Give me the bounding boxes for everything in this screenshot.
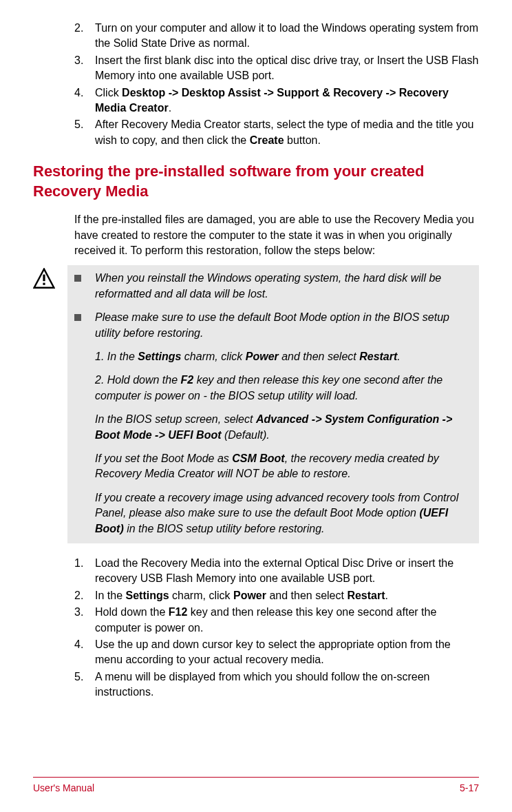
item-number: 2. — [74, 588, 95, 603]
second-ordered-list: 1. Load the Recovery Media into the exte… — [74, 556, 479, 700]
caution-icon — [33, 265, 67, 543]
list-item: 3. Insert the first blank disc into the … — [74, 53, 479, 84]
item-number: 5. — [74, 669, 95, 700]
section-heading: Restoring the pre-installed software fro… — [33, 162, 479, 201]
list-item: 4. Click Desktop -> Desktop Assist -> Su… — [74, 85, 479, 116]
t: 2. Hold down the — [95, 374, 181, 386]
bullet-marker-icon — [74, 310, 95, 341]
bold-text: Power — [233, 590, 266, 601]
bold-text: Settings — [138, 351, 181, 362]
item-text: Turn on your computer and allow it to lo… — [95, 21, 479, 52]
text-suffix: button. — [284, 134, 321, 146]
item-text: Load the Recovery Media into the externa… — [95, 556, 479, 587]
caution-text: When you reinstall the Windows operating… — [95, 271, 472, 302]
item-number: 4. — [74, 637, 95, 668]
bold-text: F12 — [169, 606, 188, 618]
caution-bullet: Please make sure to use the default Boot… — [74, 310, 472, 341]
list-item: 5. After Recovery Media Creator starts, … — [74, 117, 479, 148]
footer-right: 5-17 — [460, 782, 479, 795]
content-area: 2. Turn on your computer and allow it to… — [33, 21, 479, 700]
text-suffix: . — [169, 102, 171, 114]
first-ordered-list: 2. Turn on your computer and allow it to… — [74, 21, 479, 148]
t: 1. In the — [95, 351, 138, 362]
item-text: A menu will be displayed from which you … — [95, 669, 479, 700]
bold-text: CSM Boot — [232, 452, 284, 464]
list-item: 5. A menu will be displayed from which y… — [74, 669, 479, 700]
bold-text: Settings — [125, 590, 169, 601]
bullet-marker-icon — [74, 271, 95, 302]
item-number: 5. — [74, 117, 95, 148]
bold-text: Create — [250, 134, 284, 146]
svg-rect-2 — [43, 283, 45, 285]
t: In the — [95, 590, 125, 601]
item-text: Use the up and down cursor key to select… — [95, 637, 479, 668]
t: If you create a recovery image using adv… — [95, 492, 458, 519]
svg-rect-1 — [43, 275, 45, 282]
page-footer: User's Manual 5-17 — [33, 777, 479, 795]
caution-paragraph: If you set the Boot Mode as CSM Boot, th… — [74, 451, 472, 482]
t: and then select — [266, 590, 347, 601]
item-text: In the Settings charm, click Power and t… — [95, 588, 479, 603]
item-number: 2. — [74, 21, 95, 52]
bold-text: Power — [246, 351, 279, 362]
list-item: 2. In the Settings charm, click Power an… — [74, 588, 479, 603]
caution-text: Please make sure to use the default Boot… — [95, 310, 472, 341]
t: charm, click — [169, 590, 233, 601]
caution-paragraph: In the BIOS setup screen, select Advance… — [74, 412, 472, 443]
item-text: Insert the first blank disc into the opt… — [95, 53, 479, 84]
footer-left: User's Manual — [33, 782, 94, 795]
caution-box: When you reinstall the Windows operating… — [33, 265, 479, 543]
bold-text: Restart — [359, 351, 397, 362]
bold-text: Restart — [347, 590, 385, 601]
page: 2. Turn on your computer and allow it to… — [0, 0, 512, 700]
list-item: 1. Load the Recovery Media into the exte… — [74, 556, 479, 587]
t: and then select — [279, 351, 359, 362]
t: In the BIOS setup screen, select — [95, 413, 256, 425]
caution-content: When you reinstall the Windows operating… — [67, 265, 479, 543]
t: (Default). — [222, 429, 270, 441]
item-number: 3. — [74, 605, 95, 636]
item-text: Click Desktop -> Desktop Assist -> Suppo… — [95, 85, 479, 116]
list-item: 2. Turn on your computer and allow it to… — [74, 21, 479, 52]
t: If you set the Boot Mode as — [95, 452, 232, 464]
caution-step: 2. Hold down the F2 key and then release… — [74, 373, 472, 404]
bold-text: Desktop -> Desktop Assist -> Support & R… — [95, 87, 449, 114]
item-text: After Recovery Media Creator starts, sel… — [95, 117, 479, 148]
list-item: 3. Hold down the F12 key and then releas… — [74, 605, 479, 636]
t: charm, click — [181, 351, 245, 362]
caution-bullet: When you reinstall the Windows operating… — [74, 271, 472, 302]
t: . — [397, 351, 400, 362]
caution-paragraph: If you create a recovery image using adv… — [74, 490, 472, 537]
caution-step: 1. In the Settings charm, click Power an… — [74, 349, 472, 364]
list-item: 4. Use the up and down cursor key to sel… — [74, 637, 479, 668]
item-number: 3. — [74, 53, 95, 84]
item-number: 1. — [74, 556, 95, 587]
t: Hold down the — [95, 606, 169, 618]
item-number: 4. — [74, 85, 95, 116]
t: . — [385, 590, 388, 601]
intro-paragraph: If the pre-installed files are damaged, … — [74, 212, 479, 258]
bold-text: F2 — [181, 374, 194, 386]
t: in the BIOS setup utility before restori… — [124, 523, 325, 534]
text-prefix: Click — [95, 87, 122, 98]
item-text: Hold down the F12 key and then release t… — [95, 605, 479, 636]
